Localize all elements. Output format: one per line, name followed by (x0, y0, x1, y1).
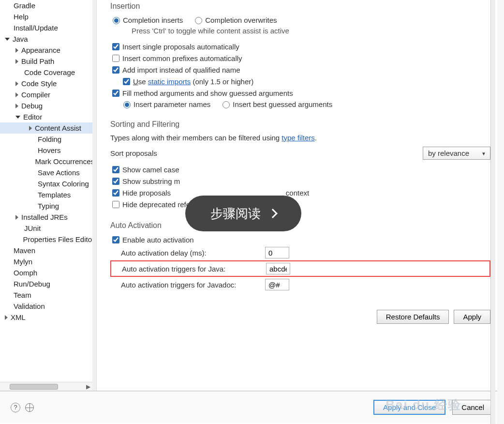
tree-item-properties-files-editor[interactable]: Properties Files Editor (0, 234, 96, 245)
check-show-camel[interactable] (112, 166, 119, 173)
input-auto-javadoc[interactable] (265, 279, 289, 290)
tree-item-installed-jres[interactable]: Installed JREs (0, 212, 96, 223)
arrow-right-icon (15, 81, 18, 86)
arrow-right-icon (5, 315, 8, 320)
tree-item-editor[interactable]: Editor (0, 111, 96, 122)
check-show-camel-label: Show camel case (122, 166, 179, 174)
auto-javadoc-label: Auto activation triggers for Javadoc: (110, 281, 265, 289)
check-insert-single-label: Insert single proposals automatically (122, 43, 239, 51)
tree-item-label: Editor (23, 113, 42, 121)
check-insert-common-label: Insert common prefixes automatically (122, 54, 242, 62)
radio-insert-param[interactable] (123, 101, 131, 108)
arrow-spacer (5, 293, 11, 298)
arrow-down-icon (5, 38, 10, 41)
tree-item-install-update[interactable]: Install/Update (0, 22, 96, 33)
check-insert-common[interactable] (112, 55, 119, 62)
tree-item-label: Mylyn (14, 257, 32, 266)
arrow-spacer (29, 170, 35, 175)
tree-item-folding[interactable]: Folding (0, 134, 96, 145)
tree-item-appearance[interactable]: Appearance (0, 45, 96, 56)
dropdown-sort-proposals[interactable]: by relevance (423, 147, 490, 160)
preferences-tree[interactable]: GradleHelpInstall/UpdateJavaAppearanceBu… (0, 0, 96, 342)
tree-item-team[interactable]: Team (0, 289, 96, 301)
tree-item-java[interactable]: Java (0, 33, 96, 45)
tree-item-run-debug[interactable]: Run/Debug (0, 278, 96, 289)
check-hide-deprecated[interactable] (112, 201, 119, 208)
tree-item-code-style[interactable]: Code Style (0, 78, 96, 89)
arrow-spacer (15, 70, 21, 75)
radio-insert-best[interactable] (222, 101, 230, 108)
cancel-button[interactable]: Cancel (452, 400, 493, 415)
tree-item-label: Team (14, 291, 31, 299)
tree-item-syntax-coloring[interactable]: Syntax Coloring (0, 178, 96, 189)
tree-item-mark-occurrences[interactable]: Mark Occurrences (0, 156, 96, 167)
check-insert-single[interactable] (112, 43, 119, 50)
tree-item-build-path[interactable]: Build Path (0, 56, 96, 67)
arrow-right-icon (15, 104, 18, 108)
tree-item-templates[interactable]: Templates (0, 189, 96, 200)
arrow-spacer (29, 193, 35, 197)
tree-item-validation[interactable]: Validation (0, 301, 96, 312)
sash-handle[interactable] (92, 0, 96, 391)
check-hide-proposals[interactable] (112, 189, 119, 197)
help-icon[interactable]: ? (11, 403, 20, 412)
tree-item-gradle[interactable]: Gradle (0, 0, 96, 11)
tree-item-debug[interactable]: Debug (0, 100, 96, 111)
apply-close-button[interactable]: Apply and Close (373, 400, 445, 415)
check-use-static-label: Use static imports (only 1.5 or higher) (133, 77, 253, 86)
arrow-spacer (15, 237, 20, 242)
tree-item-content-assist[interactable]: Content Assist (0, 122, 96, 134)
scroll-arrow-right-icon[interactable]: ▶ (86, 383, 90, 390)
input-auto-java[interactable] (266, 263, 290, 274)
tree-item-label: Code Style (21, 79, 57, 88)
scroll-thumb[interactable] (10, 384, 58, 390)
radio-completion-inserts[interactable] (113, 17, 120, 24)
input-auto-delay[interactable] (265, 247, 289, 258)
preferences-sidebar: GradleHelpInstall/UpdateJavaAppearanceBu… (0, 0, 97, 391)
section-insertion-title: Insertion (110, 2, 490, 11)
sidebar-scrollbar[interactable]: ▶ (0, 382, 92, 391)
tree-item-label: Save Actions (38, 168, 80, 177)
vscroll-track[interactable] (497, 0, 504, 424)
tree-item-compiler[interactable]: Compiler (0, 89, 96, 100)
import-export-icon[interactable] (25, 403, 34, 412)
check-use-static-imports[interactable] (123, 78, 130, 85)
restore-defaults-button[interactable]: Restore Defaults (377, 310, 449, 324)
tree-item-oomph[interactable]: Oomph (0, 267, 96, 278)
tree-item-xml[interactable]: XML (0, 312, 96, 323)
tree-item-mylyn[interactable]: Mylyn (0, 256, 96, 267)
tree-item-label: Help (14, 13, 29, 21)
tree-item-label: Installed JREs (21, 213, 68, 221)
tree-item-typing[interactable]: Typing (0, 200, 96, 212)
arrow-spacer (5, 3, 11, 8)
radio-completion-overwrites[interactable] (195, 17, 202, 24)
check-add-import[interactable] (112, 66, 119, 74)
arrow-spacer (5, 248, 11, 253)
arrow-spacer (5, 271, 11, 275)
check-fill-method[interactable] (112, 90, 119, 97)
radio-completion-inserts-label: Completion inserts (123, 16, 183, 24)
link-type-filters[interactable]: type filters (282, 134, 314, 142)
link-static-imports[interactable]: static imports (148, 77, 191, 86)
tree-item-label: Code Coverage (24, 68, 75, 76)
arrow-spacer (5, 304, 11, 309)
tree-item-label: Content Assist (35, 124, 81, 132)
tree-item-help[interactable]: Help (0, 11, 96, 22)
apply-button[interactable]: Apply (454, 310, 490, 324)
overlay-pill[interactable]: 步骤阅读 (185, 196, 301, 231)
arrow-right-icon (29, 126, 32, 131)
tree-item-code-coverage[interactable]: Code Coverage (0, 67, 96, 78)
check-add-import-label: Add import instead of qualified name (122, 66, 240, 74)
tree-item-hovers[interactable]: Hovers (0, 145, 96, 156)
arrow-spacer (29, 204, 35, 209)
arrow-spacer (15, 226, 21, 231)
overlay-label: 步骤阅读 (210, 205, 261, 222)
tree-item-label: Compiler (21, 91, 50, 99)
window-edge (490, 0, 495, 424)
tree-item-maven[interactable]: Maven (0, 245, 96, 256)
tree-item-junit[interactable]: JUnit (0, 223, 96, 234)
check-enable-auto[interactable] (112, 236, 119, 243)
tree-item-save-actions[interactable]: Save Actions (0, 167, 96, 178)
check-show-substring[interactable] (112, 178, 119, 185)
content-panel: Insertion Completion inserts Completion … (97, 0, 504, 391)
